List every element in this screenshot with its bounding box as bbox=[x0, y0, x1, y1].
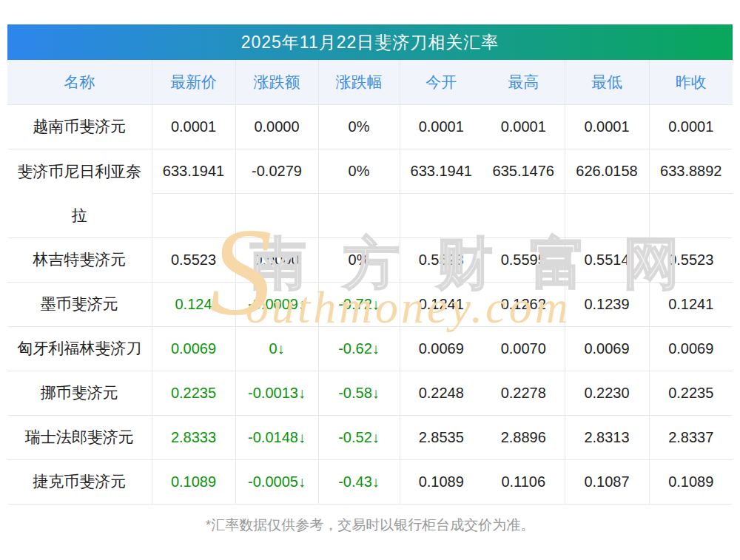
cell-low: 0.0069 bbox=[565, 326, 649, 371]
cell-low: 0.2230 bbox=[565, 371, 649, 415]
cell-open: 0.0069 bbox=[400, 326, 482, 371]
cell-latest: 633.1941 bbox=[152, 149, 235, 193]
cell-empty bbox=[318, 193, 400, 237]
header-cell: 最高 bbox=[482, 60, 565, 104]
table-row: 斐济币尼日利亚奈拉633.1941-0.02790%633.1941635.14… bbox=[7, 149, 733, 193]
cell-high: 2.8896 bbox=[482, 415, 565, 459]
cell-open: 633.1941 bbox=[400, 149, 482, 193]
header-cell: 涨跌幅 bbox=[318, 60, 400, 104]
cell-high: 0.5595 bbox=[482, 237, 565, 282]
cell-latest: 0.1089 bbox=[152, 459, 235, 504]
header-row: 名称最新价涨跌额涨跌幅今开最高最低昨收 bbox=[7, 60, 733, 104]
cell-low: 2.8313 bbox=[565, 415, 649, 459]
cell-latest: 0.124 bbox=[152, 282, 235, 326]
page: 2025年11月22日斐济刀相关汇率 名称最新价涨跌额涨跌幅今开最高最低昨收 越… bbox=[0, 0, 740, 560]
name-cell: 捷克币斐济元 bbox=[7, 459, 152, 504]
cell-change: -0.0009↓ bbox=[235, 282, 318, 326]
cell-empty bbox=[235, 193, 318, 237]
cell-low: 0.1087 bbox=[565, 459, 649, 504]
cell-open: 0.1089 bbox=[400, 459, 482, 504]
header-cell: 今开 bbox=[400, 60, 482, 104]
cell-high: 0.0070 bbox=[482, 326, 565, 371]
cell-change: -0.0279 bbox=[235, 149, 318, 193]
cell-change: -0.0005↓ bbox=[235, 459, 318, 504]
cell-pct: -0.52↓ bbox=[318, 415, 400, 459]
name-cell: 瑞士法郎斐济元 bbox=[7, 415, 152, 459]
table-row: 越南币斐济元0.00010.00000%0.00010.00010.00010.… bbox=[7, 104, 733, 149]
header-cell: 昨收 bbox=[649, 60, 733, 104]
header-cell: 名称 bbox=[7, 60, 152, 104]
table-title-bar: 2025年11月22日斐济刀相关汇率 bbox=[7, 24, 733, 60]
cell-pct: -0.58↓ bbox=[318, 371, 400, 415]
rate-table-panel: 2025年11月22日斐济刀相关汇率 名称最新价涨跌额涨跌幅今开最高最低昨收 越… bbox=[7, 24, 733, 535]
cell-high: 0.1106 bbox=[482, 459, 565, 504]
cell-latest: 0.0001 bbox=[152, 104, 235, 149]
cell-high: 0.2278 bbox=[482, 371, 565, 415]
cell-latest: 0.0069 bbox=[152, 326, 235, 371]
cell-empty bbox=[565, 193, 649, 237]
cell-pct: 0% bbox=[318, 149, 400, 193]
table-row: 匈牙利福林斐济刀0.00690↓-0.62↓0.00690.00700.0069… bbox=[7, 326, 733, 371]
table-row: 瑞士法郎斐济元2.8333-0.0148↓-0.52↓2.85352.88962… bbox=[7, 415, 733, 459]
cell-low: 0.5514 bbox=[565, 237, 649, 282]
cell-empty bbox=[482, 193, 565, 237]
cell-open: 2.8535 bbox=[400, 415, 482, 459]
cell-high: 0.1262 bbox=[482, 282, 565, 326]
cell-pct: -0.43↓ bbox=[318, 459, 400, 504]
name-cell: 匈牙利福林斐济刀 bbox=[7, 326, 152, 371]
footer-note: *汇率数据仅供参考，交易时以银行柜台成交价为准。 bbox=[7, 505, 733, 535]
cell-prev: 0.1089 bbox=[649, 459, 733, 504]
cell-latest: 2.8333 bbox=[152, 415, 235, 459]
cell-high: 0.0001 bbox=[482, 104, 565, 149]
cell-open: 0.5523 bbox=[400, 237, 482, 282]
cell-high: 635.1476 bbox=[482, 149, 565, 193]
cell-prev: 2.8337 bbox=[649, 415, 733, 459]
header-cell: 涨跌额 bbox=[235, 60, 318, 104]
cell-change: -0.0013↓ bbox=[235, 371, 318, 415]
cell-empty bbox=[649, 193, 733, 237]
table-row: 挪币斐济元0.2235-0.0013↓-0.58↓0.22480.22780.2… bbox=[7, 371, 733, 415]
cell-change: 0.0000 bbox=[235, 237, 318, 282]
cell-prev: 0.1241 bbox=[649, 282, 733, 326]
name-cell: 林吉特斐济元 bbox=[7, 237, 152, 282]
cell-open: 0.0001 bbox=[400, 104, 482, 149]
header-cell: 最新价 bbox=[152, 60, 235, 104]
cell-latest: 0.2235 bbox=[152, 371, 235, 415]
cell-prev: 0.5523 bbox=[649, 237, 733, 282]
name-cell: 墨币斐济元 bbox=[7, 282, 152, 326]
cell-low: 626.0158 bbox=[565, 149, 649, 193]
cell-prev: 0.2235 bbox=[649, 371, 733, 415]
cell-low: 0.0001 bbox=[565, 104, 649, 149]
table-row: 墨币斐济元0.124-0.0009↓-0.72↓0.12410.12620.12… bbox=[7, 282, 733, 326]
cell-pct: -0.62↓ bbox=[318, 326, 400, 371]
cell-prev: 0.0069 bbox=[649, 326, 733, 371]
cell-pct: -0.72↓ bbox=[318, 282, 400, 326]
name-cell: 挪币斐济元 bbox=[7, 371, 152, 415]
table-row: 捷克币斐济元0.1089-0.0005↓-0.43↓0.10890.11060.… bbox=[7, 459, 733, 504]
cell-open: 0.2248 bbox=[400, 371, 482, 415]
cell-pct: 0% bbox=[318, 237, 400, 282]
cell-prev: 0.0001 bbox=[649, 104, 733, 149]
header-cell: 最低 bbox=[565, 60, 649, 104]
table-row: 林吉特斐济元0.55230.00000%0.55230.55950.55140.… bbox=[7, 237, 733, 282]
cell-latest: 0.5523 bbox=[152, 237, 235, 282]
cell-empty bbox=[400, 193, 482, 237]
cell-low: 0.1239 bbox=[565, 282, 649, 326]
exchange-rate-table: 名称最新价涨跌额涨跌幅今开最高最低昨收 越南币斐济元0.00010.00000%… bbox=[7, 60, 733, 505]
cell-prev: 633.8892 bbox=[649, 149, 733, 193]
cell-change: 0.0000 bbox=[235, 104, 318, 149]
name-cell: 斐济币尼日利亚奈拉 bbox=[7, 149, 152, 237]
cell-change: 0↓ bbox=[235, 326, 318, 371]
table-title: 2025年11月22日斐济刀相关汇率 bbox=[241, 33, 500, 52]
cell-pct: 0% bbox=[318, 104, 400, 149]
cell-change: -0.0148↓ bbox=[235, 415, 318, 459]
cell-open: 0.1241 bbox=[400, 282, 482, 326]
cell-empty bbox=[152, 193, 235, 237]
name-cell: 越南币斐济元 bbox=[7, 104, 152, 149]
